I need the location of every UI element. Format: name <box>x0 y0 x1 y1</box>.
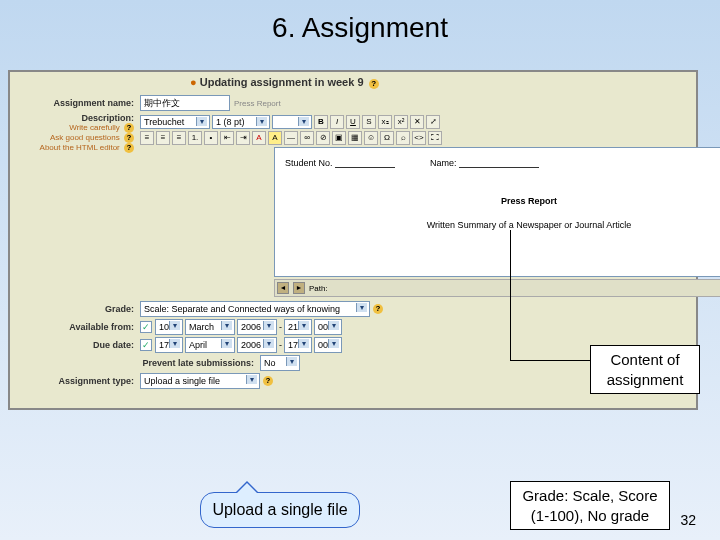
list-ul-button[interactable]: • <box>204 131 218 145</box>
help-about-editor: About the HTML editor ? <box>10 143 140 153</box>
summary-subheading: Written Summary of a Newspaper or Journa… <box>285 220 720 230</box>
name-label: Name: <box>430 158 457 168</box>
avail-day-select[interactable]: 10 <box>155 319 183 335</box>
list-ol-button[interactable]: 1. <box>188 131 202 145</box>
path-prev-button[interactable]: ◄ <box>277 282 289 294</box>
due-date-checkbox[interactable]: ✓ <box>140 339 152 351</box>
due-year-select[interactable]: 2006 <box>237 337 277 353</box>
blank-line <box>335 159 395 168</box>
image-button[interactable]: ▣ <box>332 131 346 145</box>
page-heading: ● Updating assignment in week 9 ? <box>10 72 696 93</box>
help-icon[interactable]: ? <box>263 376 273 386</box>
assignment-name-hint: Press Report <box>234 99 281 108</box>
smiley-button[interactable]: ☺ <box>364 131 378 145</box>
due-day-select[interactable]: 17 <box>155 337 183 353</box>
label-assignment-name: Assignment name: <box>10 98 140 108</box>
sub-button[interactable]: x₂ <box>378 115 392 129</box>
clean-button[interactable]: ✕ <box>410 115 424 129</box>
char-button[interactable]: Ω <box>380 131 394 145</box>
help-icon[interactable]: ? <box>124 143 134 153</box>
font-select[interactable]: Trebuchet <box>140 115 210 129</box>
annotation-grade: Grade: Scale, Score (1-100), No grade <box>510 481 670 530</box>
align-left-button[interactable]: ≡ <box>140 131 154 145</box>
help-icon[interactable]: ? <box>124 133 134 143</box>
connector-line <box>510 230 511 360</box>
link-button[interactable]: ∞ <box>300 131 314 145</box>
path-next-button[interactable]: ► <box>293 282 305 294</box>
html-button[interactable]: <> <box>412 131 426 145</box>
callout-upload: Upload a single file <box>200 492 360 528</box>
annotation-content: Content of assignment <box>590 345 700 394</box>
assignment-type-select[interactable]: Upload a single file <box>140 373 260 389</box>
page-number: 32 <box>680 512 696 528</box>
avail-min-select[interactable]: 00 <box>314 319 342 335</box>
due-hour-select[interactable]: 17 <box>284 337 312 353</box>
help-icon[interactable]: ? <box>124 123 134 133</box>
prevent-late-select[interactable]: No <box>260 355 300 371</box>
underline-button[interactable]: U <box>346 115 360 129</box>
connector-line <box>510 360 598 361</box>
help-icon[interactable]: ? <box>369 79 379 89</box>
due-min-select[interactable]: 00 <box>314 337 342 353</box>
label-grade: Grade: <box>10 304 140 314</box>
table-button[interactable]: ▦ <box>348 131 362 145</box>
path-label: Path: <box>309 284 328 293</box>
strike-button[interactable]: S <box>362 115 376 129</box>
label-description: Description: <box>10 113 140 123</box>
avail-year-select[interactable]: 2006 <box>237 319 277 335</box>
help-write-carefully: Write carefully ? <box>10 123 140 133</box>
style-select[interactable] <box>272 115 312 129</box>
outdent-button[interactable]: ⇤ <box>220 131 234 145</box>
label-due-date: Due date: <box>10 340 140 350</box>
fullscreen-button[interactable]: ⛶ <box>428 131 442 145</box>
label-assignment-type: Assignment type: <box>10 376 140 386</box>
editor-path-bar: ◄ ► Path: ▲ ▼ <box>274 279 720 297</box>
hr-button[interactable]: — <box>284 131 298 145</box>
label-prevent-late: Prevent late submissions: <box>10 358 260 368</box>
press-report-heading: Press Report <box>285 196 720 206</box>
blank-line <box>459 159 539 168</box>
help-icon[interactable]: ? <box>373 304 383 314</box>
bgcolor-button[interactable]: A <box>268 131 282 145</box>
avail-hour-select[interactable]: 21 <box>284 319 312 335</box>
expand-button[interactable]: ⤢ <box>426 115 440 129</box>
orange-dot-icon: ● <box>190 76 197 88</box>
align-center-button[interactable]: ≡ <box>156 131 170 145</box>
align-right-button[interactable]: ≡ <box>172 131 186 145</box>
italic-button[interactable]: I <box>330 115 344 129</box>
description-editor[interactable]: Student No. Name: Press Report Written S… <box>274 147 720 277</box>
indent-button[interactable]: ⇥ <box>236 131 250 145</box>
color-button[interactable]: A <box>252 131 266 145</box>
editor-toolbar-1: Trebuchet 1 (8 pt) B I U S x₂ x² ✕ ⤢ <box>140 115 720 129</box>
unlink-button[interactable]: ⊘ <box>316 131 330 145</box>
due-month-select[interactable]: April <box>185 337 235 353</box>
available-from-checkbox[interactable]: ✓ <box>140 321 152 333</box>
size-select[interactable]: 1 (8 pt) <box>212 115 270 129</box>
bold-button[interactable]: B <box>314 115 328 129</box>
sup-button[interactable]: x² <box>394 115 408 129</box>
slide-title: 6. Assignment <box>0 0 720 52</box>
avail-month-select[interactable]: March <box>185 319 235 335</box>
help-ask-questions: Ask good questions ? <box>10 133 140 143</box>
student-no-label: Student No. <box>285 158 333 168</box>
assignment-name-input[interactable] <box>140 95 230 111</box>
search-button[interactable]: ⌕ <box>396 131 410 145</box>
editor-toolbar-2: ≡ ≡ ≡ 1. • ⇤ ⇥ A A — ∞ ⊘ ▣ ▦ ☺ Ω ⌕ <> ⛶ <box>140 131 720 145</box>
grade-select[interactable]: Scale: Separate and Connected ways of kn… <box>140 301 370 317</box>
label-available-from: Available from: <box>10 322 140 332</box>
